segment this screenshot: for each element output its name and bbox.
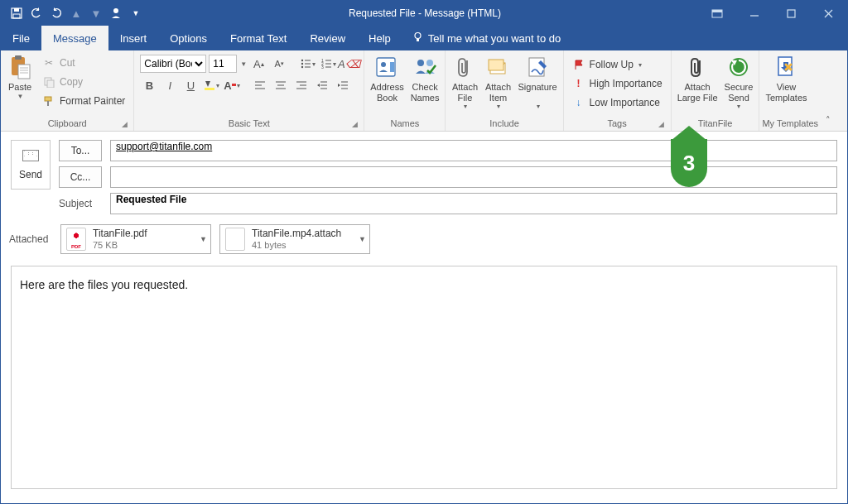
font-family-select[interactable]: Calibri (Body) [140,55,206,73]
svg-text:2: 2 [321,61,324,66]
subject-field[interactable]: Requested File [110,193,837,214]
bold-button[interactable]: B [140,76,158,94]
svg-rect-57 [529,58,544,76]
group-tags: Follow Up▾ ! High Importance ↓ Low Impor… [564,50,672,131]
group-label-names: Names [367,117,442,131]
format-painter-button[interactable]: Format Painter [38,92,129,110]
grow-font-icon[interactable]: A▴ [249,55,267,73]
generic-file-icon [225,228,245,251]
paperclip-large-icon [684,54,711,80]
align-right-icon[interactable] [292,76,311,94]
svg-rect-55 [490,63,505,74]
clear-formatting-icon[interactable]: A⌫ [340,55,358,73]
svg-rect-7 [788,10,795,17]
attach-large-file-button[interactable]: Attach Large File [674,52,721,104]
to-field[interactable]: support@titanfile.com [110,140,837,161]
shrink-font-icon[interactable]: A▾ [270,55,288,73]
undo-icon[interactable] [27,4,46,22]
chevron-down-icon[interactable]: ▼ [359,235,366,243]
group-label-tags: Tags ◢ [566,117,668,131]
tab-message[interactable]: Message [41,26,108,50]
tell-me-label: Tell me what you want to do [428,32,561,45]
address-book-icon [373,54,400,80]
dialog-launcher-icon[interactable]: ◢ [657,119,667,129]
cut-button: ✂ Cut [38,54,129,72]
tab-format-text[interactable]: Format Text [219,26,298,50]
down-arrow-blue-icon: ↓ [572,96,585,109]
to-button[interactable]: To... [59,140,102,161]
attachment-item[interactable]: TitanFile.mp4.attach 41 bytes ▼ [219,224,370,254]
svg-rect-56 [489,60,504,70]
underline-button[interactable]: U [181,76,200,94]
check-names-button[interactable]: Check Names [407,52,443,104]
follow-up-button[interactable]: Follow Up▾ [568,55,667,74]
attach-file-button[interactable]: Attach File▾ [448,52,481,112]
redo-icon[interactable] [47,4,65,22]
tab-insert[interactable]: Insert [108,26,159,50]
paperclip-icon [451,54,478,80]
svg-rect-2 [13,14,20,18]
collapse-ribbon-icon[interactable]: ˄ [821,50,836,131]
svg-point-10 [415,33,421,39]
cc-button[interactable]: Cc... [59,166,102,188]
attachment-item[interactable]: TitanFile.pdf 75 KB ▼ [60,224,211,254]
svg-rect-5 [712,10,722,12]
person-icon[interactable] [107,4,125,22]
up-arrow-icon: ▲ [67,4,85,22]
signature-button[interactable]: Signature▾ [514,52,560,112]
font-color-icon[interactable]: A▾ [223,76,241,94]
maximize-button[interactable] [773,1,810,26]
qat-customize-icon[interactable]: ▼ [127,4,145,22]
align-center-icon[interactable] [272,76,290,94]
attach-item-button[interactable]: Attach Item▾ [481,52,514,112]
chevron-down-icon: ▼ [17,93,24,100]
svg-rect-19 [47,80,54,88]
group-basic-text: Calibri (Body) ▼ A▴ A▾ ▾ 123▾ A⌫ B I U ▾… [134,50,364,131]
dialog-launcher-icon[interactable]: ◢ [119,119,129,129]
align-left-icon[interactable] [251,76,269,94]
chevron-down-icon[interactable]: ▼ [200,235,207,243]
italic-button[interactable]: I [161,76,179,94]
close-button[interactable] [810,1,847,26]
tab-file[interactable]: File [1,26,41,50]
minimize-button[interactable] [735,1,773,26]
ribbon-tabs: File Message Insert Options Format Text … [1,26,847,50]
paste-button[interactable]: Paste ▼ [3,52,36,102]
svg-point-53 [417,60,424,66]
address-book-button[interactable]: Address Book [367,52,407,104]
increase-indent-icon[interactable] [334,76,352,94]
tab-options[interactable]: Options [158,26,219,50]
svg-rect-4 [712,10,722,17]
exclamation-icon: ! [572,77,585,90]
ribbon-display-icon[interactable] [698,1,735,26]
svg-rect-1 [14,8,19,12]
view-templates-button[interactable]: View Templates [762,52,810,104]
svg-rect-34 [205,88,214,90]
svg-rect-59 [778,57,792,75]
save-icon[interactable] [7,4,26,22]
numbering-icon[interactable]: 123▾ [319,55,337,73]
message-body[interactable]: Here are the files you requested. [11,266,837,489]
font-size-input[interactable] [209,55,237,73]
svg-line-9 [825,10,832,17]
high-importance-button[interactable]: ! High Importance [568,74,667,93]
tab-review[interactable]: Review [298,26,357,50]
low-importance-button[interactable]: ↓ Low Importance [568,94,667,112]
dialog-launcher-icon[interactable]: ◢ [349,119,359,129]
svg-rect-12 [12,57,25,75]
paintbrush-icon [42,94,55,108]
bullets-icon[interactable]: ▾ [298,55,316,73]
svg-rect-14 [18,65,30,79]
decrease-indent-icon[interactable] [313,76,331,94]
svg-point-58 [730,58,748,76]
group-clipboard: Paste ▼ ✂ Cut Copy Form [1,50,134,131]
cc-field[interactable] [110,166,837,188]
attached-label: Attached [9,233,52,245]
group-titanfile: Attach Large File Secure Send▾ TitanFile [672,50,760,131]
send-button[interactable]: Send [11,140,51,190]
tab-help[interactable]: Help [357,26,402,50]
secure-send-button[interactable]: Secure Send▾ [721,52,757,112]
tell-me-search[interactable]: Tell me what you want to do [402,26,571,50]
flag-icon [572,58,585,71]
highlight-icon[interactable]: ▾ [202,76,220,94]
